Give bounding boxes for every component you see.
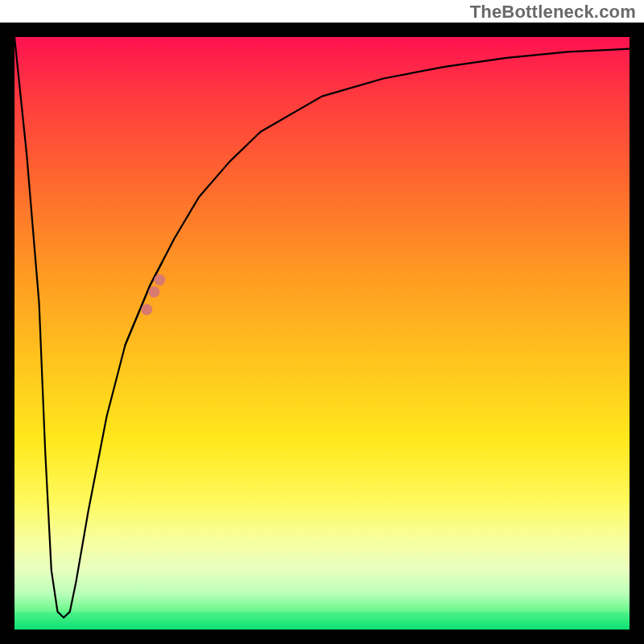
marker-dot-0 bbox=[141, 304, 152, 316]
watermark-text: TheBottleneck.com bbox=[470, 2, 636, 23]
plot-area bbox=[14, 37, 630, 630]
marker-dot-2 bbox=[154, 275, 165, 286]
marker-group bbox=[126, 262, 166, 345]
marker-dot-1 bbox=[148, 287, 159, 298]
chart-stage: TheBottleneck.com bbox=[0, 0, 644, 644]
bottleneck-curve bbox=[14, 37, 630, 617]
highlight-band bbox=[126, 262, 163, 345]
curve-svg bbox=[14, 37, 630, 630]
